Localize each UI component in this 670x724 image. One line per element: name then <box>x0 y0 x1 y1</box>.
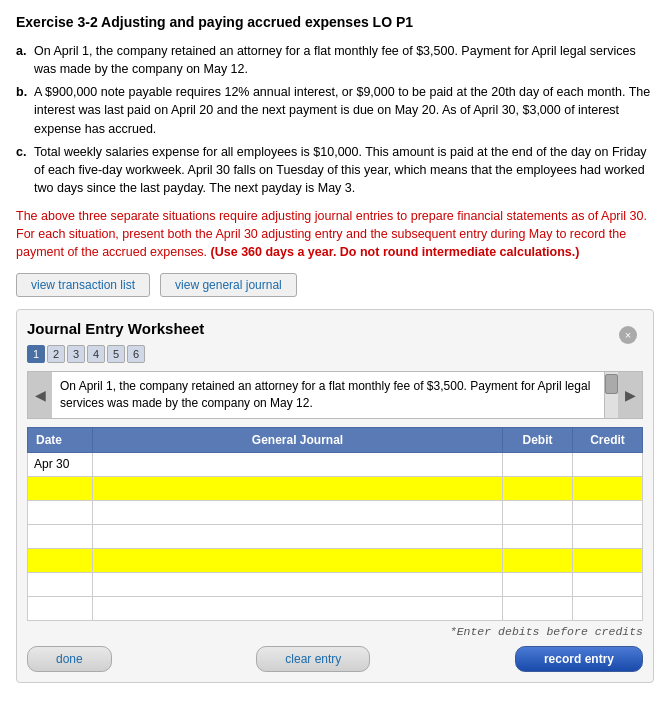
journal-input-6[interactable] <box>93 573 502 596</box>
note-highlight: (Use 360 days a year. Do not round inter… <box>211 245 580 259</box>
journal-cell-1[interactable] <box>93 452 503 476</box>
journal-cell-5[interactable] <box>93 548 503 572</box>
debit-input-6[interactable] <box>503 573 572 596</box>
page-num-1[interactable]: 1 <box>27 345 45 363</box>
journal-input-1[interactable] <box>93 453 502 476</box>
instruction-item-b: b. A $900,000 note payable requires 12% … <box>16 83 654 137</box>
journal-input-5[interactable] <box>93 549 502 572</box>
table-header-row: Date General Journal Debit Credit <box>28 427 643 452</box>
debit-input-1[interactable] <box>503 453 572 476</box>
footer-buttons: done clear entry record entry <box>27 646 643 672</box>
scroll-thumb <box>605 374 618 394</box>
date-cell-7 <box>28 596 93 620</box>
page-num-2[interactable]: 2 <box>47 345 65 363</box>
debit-input-5[interactable] <box>503 549 572 572</box>
credit-cell-5[interactable] <box>573 548 643 572</box>
credit-cell-3[interactable] <box>573 500 643 524</box>
journal-cell-4[interactable] <box>93 524 503 548</box>
table-body: Apr 30 <box>28 452 643 620</box>
date-cell-4 <box>28 524 93 548</box>
page-title: Exercise 3-2 Adjusting and paying accrue… <box>16 14 654 30</box>
instructions-section: a. On April 1, the company retained an a… <box>16 42 654 197</box>
credit-input-5[interactable] <box>573 549 642 572</box>
credit-input-3[interactable] <box>573 501 642 524</box>
label-b: b. <box>16 83 27 101</box>
table-row <box>28 524 643 548</box>
clear-entry-button[interactable]: clear entry <box>256 646 370 672</box>
col-header-debit: Debit <box>503 427 573 452</box>
date-cell-3 <box>28 500 93 524</box>
journal-input-3[interactable] <box>93 501 502 524</box>
credit-cell-7[interactable] <box>573 596 643 620</box>
top-button-row: view transaction list view general journ… <box>16 273 654 297</box>
instruction-item-c: c. Total weekly salaries expense for all… <box>16 143 654 197</box>
table-row <box>28 476 643 500</box>
next-arrow-button[interactable]: ▶ <box>618 372 642 418</box>
table-row: Apr 30 <box>28 452 643 476</box>
table-row <box>28 500 643 524</box>
debit-cell-4[interactable] <box>503 524 573 548</box>
credit-input-4[interactable] <box>573 525 642 548</box>
journal-cell-7[interactable] <box>93 596 503 620</box>
scenario-text: On April 1, the company retained an atto… <box>52 372 604 418</box>
debit-cell-1[interactable] <box>503 452 573 476</box>
note-paragraph: The above three separate situations requ… <box>16 207 654 261</box>
credit-cell-6[interactable] <box>573 572 643 596</box>
debit-input-2[interactable] <box>503 477 572 500</box>
debit-cell-6[interactable] <box>503 572 573 596</box>
credit-input-7[interactable] <box>573 597 642 620</box>
journal-input-4[interactable] <box>93 525 502 548</box>
col-header-date: Date <box>28 427 93 452</box>
table-row <box>28 596 643 620</box>
page-num-3[interactable]: 3 <box>67 345 85 363</box>
record-entry-button[interactable]: record entry <box>515 646 643 672</box>
journal-cell-3[interactable] <box>93 500 503 524</box>
col-header-journal: General Journal <box>93 427 503 452</box>
credit-cell-2[interactable] <box>573 476 643 500</box>
debit-input-3[interactable] <box>503 501 572 524</box>
credit-input-6[interactable] <box>573 573 642 596</box>
journal-input-2[interactable] <box>93 477 502 500</box>
close-button[interactable]: × <box>619 326 637 344</box>
credit-cell-1[interactable] <box>573 452 643 476</box>
instruction-text-a: On April 1, the company retained an atto… <box>34 44 636 76</box>
date-cell-1: Apr 30 <box>28 452 93 476</box>
label-a: a. <box>16 42 26 60</box>
prev-arrow-button[interactable]: ◀ <box>28 372 52 418</box>
instruction-item-a: a. On April 1, the company retained an a… <box>16 42 654 78</box>
credit-input-1[interactable] <box>573 453 642 476</box>
page-num-5[interactable]: 5 <box>107 345 125 363</box>
journal-cell-6[interactable] <box>93 572 503 596</box>
scenario-scrollbar[interactable] <box>604 372 618 418</box>
worksheet-container: Journal Entry Worksheet × 1 2 3 4 5 6 ◀ … <box>16 309 654 683</box>
debit-cell-2[interactable] <box>503 476 573 500</box>
scenario-row: ◀ On April 1, the company retained an at… <box>27 371 643 419</box>
debit-input-7[interactable] <box>503 597 572 620</box>
page-number-row: 1 2 3 4 5 6 <box>27 345 643 363</box>
label-c: c. <box>16 143 26 161</box>
journal-cell-2[interactable] <box>93 476 503 500</box>
worksheet-inner: Journal Entry Worksheet × 1 2 3 4 5 6 ◀ … <box>16 309 654 683</box>
date-cell-6 <box>28 572 93 596</box>
worksheet-title: Journal Entry Worksheet <box>27 320 204 337</box>
journal-input-7[interactable] <box>93 597 502 620</box>
debit-cell-3[interactable] <box>503 500 573 524</box>
instruction-text-b: A $900,000 note payable requires 12% ann… <box>34 85 650 135</box>
done-button[interactable]: done <box>27 646 112 672</box>
debit-cell-7[interactable] <box>503 596 573 620</box>
instruction-text-c: Total weekly salaries expense for all em… <box>34 145 647 195</box>
debit-cell-5[interactable] <box>503 548 573 572</box>
debit-input-4[interactable] <box>503 525 572 548</box>
view-transaction-button[interactable]: view transaction list <box>16 273 150 297</box>
table-row <box>28 548 643 572</box>
table-row <box>28 572 643 596</box>
view-journal-button[interactable]: view general journal <box>160 273 297 297</box>
instructions-list: a. On April 1, the company retained an a… <box>16 42 654 197</box>
credit-cell-4[interactable] <box>573 524 643 548</box>
col-header-credit: Credit <box>573 427 643 452</box>
date-cell-2 <box>28 476 93 500</box>
credit-input-2[interactable] <box>573 477 642 500</box>
page-num-6[interactable]: 6 <box>127 345 145 363</box>
page-num-4[interactable]: 4 <box>87 345 105 363</box>
journal-table: Date General Journal Debit Credit Apr 30 <box>27 427 643 621</box>
